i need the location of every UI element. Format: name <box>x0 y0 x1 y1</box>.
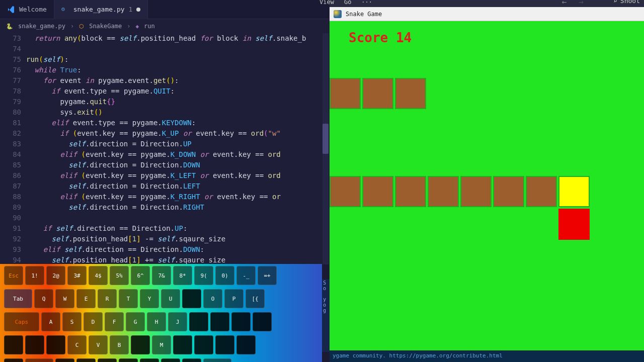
keyboard-key <box>4 335 23 354</box>
breadcrumb-class[interactable]: SnakeGame <box>89 23 122 30</box>
code-line[interactable]: elif (event.key == pygame.K_DOWN or even… <box>26 149 330 160</box>
keyboard-key: W <box>55 289 74 308</box>
game-title-bar[interactable]: Snake Game <box>330 7 644 21</box>
keyboard-key <box>182 289 201 308</box>
line-number: 74 <box>0 44 21 54</box>
keyboard-key: S <box>62 312 82 331</box>
snake-segment <box>493 176 524 207</box>
snake-segment <box>395 176 426 207</box>
line-number: 94 <box>0 255 21 264</box>
keyboard-key <box>189 312 208 331</box>
keyboard-key <box>253 312 272 331</box>
line-number: 78 <box>0 86 21 97</box>
score-label: Score <box>349 30 388 45</box>
code-line[interactable] <box>26 213 330 223</box>
code-line[interactable]: elif self.direction == Direction.DOWN: <box>26 244 330 255</box>
breadcrumb-file[interactable]: snake_game.py <box>18 23 65 30</box>
code-line[interactable]: self.direction = Direction.LEFT <box>26 181 330 192</box>
nav-back-icon[interactable]: ← <box>562 0 567 7</box>
keyboard-key <box>140 358 159 362</box>
code-line[interactable]: self.direction = Direction.UP <box>26 139 330 149</box>
code-line[interactable]: while True: <box>26 65 330 75</box>
tab-snake-game[interactable]: ⚙ snake_game.py 1 <box>54 0 148 19</box>
snake-segment <box>460 176 492 207</box>
keyboard-key <box>119 358 138 362</box>
python-icon: 🐍 <box>6 23 13 30</box>
minimap-thumb[interactable] <box>323 124 329 154</box>
terminal-output-strip: ygame community. https://pygame.org/cont… <box>330 351 644 362</box>
keyboard-key: H <box>147 312 166 331</box>
keyboard-key <box>210 312 229 331</box>
snake-segment <box>330 176 361 207</box>
vscode-icon <box>7 6 15 14</box>
snake-segment <box>330 78 361 109</box>
snake-head <box>558 176 590 207</box>
tab-badge: 1 <box>129 6 133 13</box>
code-line[interactable]: elif (event.key == pygame.K_RIGHT or eve… <box>26 192 330 202</box>
terminal-text: ygame community. https://pygame.org/cont… <box>333 352 503 359</box>
code-line[interactable]: if (event.key == pygame.K_UP or event.ke… <box>26 128 330 139</box>
editor-minimap[interactable] <box>323 33 329 264</box>
tab-welcome[interactable]: Welcome <box>0 0 54 19</box>
snake-segment <box>362 176 393 207</box>
window-menubar-partial: View Go ··· ← → ⌕ Shoot <box>330 0 644 7</box>
keyboard-key <box>4 358 23 362</box>
food-block <box>558 209 590 240</box>
line-number: 88 <box>0 192 21 202</box>
keyboard-key: A <box>41 312 60 331</box>
keyboard-key: 3# <box>67 266 87 285</box>
code-line[interactable] <box>26 44 330 54</box>
keyboard-key: Alt <box>25 358 53 362</box>
code-line[interactable]: elif event.type == pygame.KEYDOWN: <box>26 118 330 128</box>
breadcrumb-method[interactable]: run <box>144 23 155 30</box>
snake-segment <box>526 176 557 207</box>
keyboard-key: F <box>105 312 124 331</box>
score-value: 14 <box>396 30 412 45</box>
code-line[interactable]: run(self): <box>26 54 330 65</box>
keyboard-key: Esc <box>4 266 23 285</box>
shoot-button[interactable]: ⌕ Shoot <box>613 0 640 5</box>
code-line[interactable]: self.position_head[1] -= self.sqaure_siz… <box>26 234 330 244</box>
nav-forward-icon[interactable]: → <box>579 0 584 7</box>
code-line[interactable]: self.direction = Direction.DOWN <box>26 160 330 170</box>
menu-view[interactable]: View <box>319 0 334 6</box>
keyboard-row: CapsASDFGHJ <box>0 310 322 333</box>
snake-game-window: View Go ··· ← → ⌕ Shoot Snake Game Score… <box>330 0 644 362</box>
keyboard-key: B <box>110 335 129 354</box>
pygame-app-icon <box>334 10 342 18</box>
keyboard-key: E <box>76 289 96 308</box>
code-line[interactable]: pygame.quit{} <box>26 97 330 107</box>
code-line[interactable]: if event.type == pygame.QUIT: <box>26 86 330 97</box>
line-number: 83 <box>0 139 21 149</box>
keyboard-key: 4$ <box>89 266 108 285</box>
breadcrumbs[interactable]: 🐍 snake_game.py › ⬡ SnakeGame › ◈ run <box>0 19 330 33</box>
keyboard-key <box>55 358 74 362</box>
keyboard-key: D <box>84 312 103 331</box>
code-editor[interactable]: 7374757677787980818283848586878889909192… <box>0 33 330 264</box>
line-number: 89 <box>0 202 21 213</box>
class-icon: ⬡ <box>79 23 84 30</box>
menu-go[interactable]: Go <box>344 0 351 6</box>
code-line[interactable]: elif (event.key == pygame.K_LEFT or even… <box>26 170 330 181</box>
keyboard-key: O <box>203 289 222 308</box>
keyboard-key: Tab <box>4 289 32 308</box>
code-line[interactable]: sys.exit() <box>26 107 330 118</box>
chevron-right-icon: › <box>70 23 74 30</box>
game-canvas[interactable]: Score 14 <box>330 21 644 350</box>
code-line[interactable]: return any(block == self.position_head f… <box>26 33 330 44</box>
keyboard-key <box>194 335 213 354</box>
snake-segment <box>395 78 426 109</box>
code-line[interactable]: self.direction = Direction.RIGHT <box>26 202 330 213</box>
code-line[interactable]: if self.direction == Direction.UP: <box>26 223 330 234</box>
window-title: Snake Game <box>346 11 382 18</box>
vscode-editor-pane: Welcome ⚙ snake_game.py 1 🐍 snake_game.p… <box>0 0 330 362</box>
code-text[interactable]: return any(block == self.position_head f… <box>26 33 330 264</box>
tab-label: Welcome <box>19 6 47 13</box>
line-number: 93 <box>0 244 21 255</box>
python-icon: ⚙ <box>61 6 69 14</box>
code-line[interactable]: self.position_head[1] += self.sqaure_siz… <box>26 255 330 264</box>
code-line[interactable]: for event in pygame.event.get(): <box>26 75 330 86</box>
editor-tabs-bar: Welcome ⚙ snake_game.py 1 <box>0 0 330 19</box>
keyboard-key: T <box>119 289 138 308</box>
menu-more[interactable]: ··· <box>361 0 372 6</box>
